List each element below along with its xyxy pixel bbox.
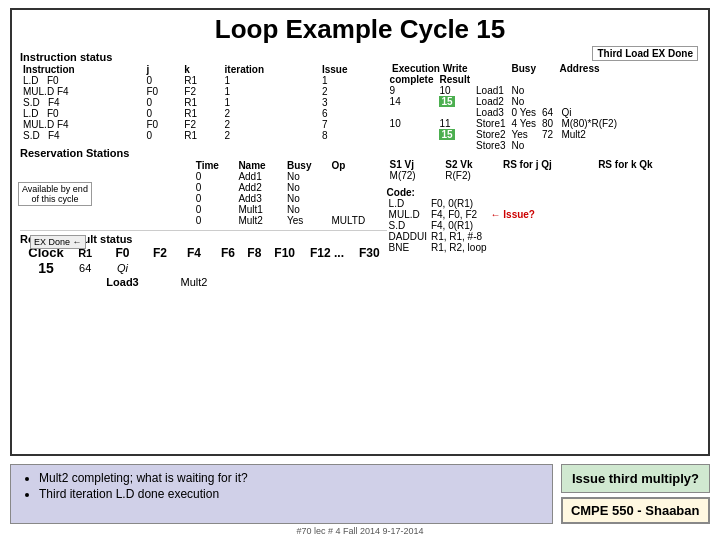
result-highlight: 15 (439, 96, 454, 107)
bullet-item: Third iteration L.D done execution (39, 487, 542, 501)
code-row: MUL.D F4, F0, F2 ← Issue? (387, 209, 537, 220)
rs-vjvk-table: S1 Vj S2 Vk RS for j Qj RS for k Qk M (387, 159, 700, 181)
third-load-label: Third Load EX Done (592, 46, 698, 61)
table-row: L.D F0 0 R1 2 6 (20, 108, 387, 119)
list-item: 0Mult1No (193, 204, 387, 215)
issue-question-box: Issue third multiply? (561, 464, 710, 493)
bottom-area: Mult2 completing; what is waiting for it… (10, 464, 710, 524)
bullet-item: Mult2 completing; what is waiting for it… (39, 471, 542, 485)
rs-title: Reservation Stations (20, 147, 387, 159)
rs-vjvk-header: S1 Vj S2 Vk RS for j Qj RS for k Qk (387, 159, 700, 170)
code-table: L.D F0, 0(R1) MUL.D F4, F0, F2 ← Issue? … (387, 198, 537, 253)
code-row: L.D F0, 0(R1) (387, 198, 537, 209)
table-row: MUL.D F4 F0 F2 2 7 (20, 119, 387, 130)
col-instr: Instruction (20, 64, 144, 75)
cmpe-box: CMPE 550 - Shaaban (561, 497, 710, 524)
exec-table: Execution Write Busy Address complete Re… (387, 63, 620, 151)
rs-header-row: Time Name Busy Op (193, 160, 387, 171)
main-box: Loop Example Cycle 15 Third Load EX Done… (10, 8, 710, 456)
available-label: Available by endof this cycle (18, 182, 92, 206)
exec-row: Load3 0 Yes 64 Qi (387, 107, 620, 118)
right-panel: Execution Write Busy Address complete Re… (387, 51, 700, 288)
outer-container: Loop Example Cycle 15 Third Load EX Done… (0, 0, 720, 540)
issue-question-text: Issue third multiply? (572, 471, 699, 486)
list-item: 0Add2No (193, 182, 387, 193)
table-row: S.D F4 0 R1 1 3 (20, 97, 387, 108)
exec-row: 14 15 Load2 No (387, 96, 620, 107)
rs-table: Time Name Busy Op 0Add1No (193, 160, 387, 226)
table-row: L.D F0 0 R1 1 1 (20, 75, 387, 86)
footer-text: #70 lec # 4 Fall 2014 9-17-2014 (10, 526, 710, 536)
exec-sub-header: complete Result (387, 74, 620, 85)
page-title: Loop Example Cycle 15 (20, 14, 700, 45)
exec-row: 9 10 Load1 No (387, 85, 620, 96)
col-iter: iteration (222, 64, 319, 75)
col-j: j (144, 64, 182, 75)
bullets-box: Mult2 completing; what is waiting for it… (10, 464, 553, 524)
list-item: 0Mult2YesMULTD (193, 215, 387, 226)
list-item: 0Add3No (193, 193, 387, 204)
instruction-table: Instruction j k iteration Issue L.D F0 0… (20, 64, 387, 141)
code-row: DADDUI R1, R1, #-8 (387, 231, 537, 242)
instr-header-row: Instruction j k iteration Issue (20, 64, 387, 75)
exec-header-row: Execution Write Busy Address (387, 63, 620, 74)
instruction-status-title: Instruction status (20, 51, 387, 63)
list-item: 0Add1No (193, 171, 387, 182)
col-k: k (181, 64, 221, 75)
reg-load-row: Load3 Mult2 (20, 276, 387, 288)
col-issue: Issue (319, 64, 387, 75)
list-item: M(72)R(F2) (387, 170, 700, 181)
ex-done-label: EX Done ← (30, 235, 86, 249)
exec-area: Execution Write Busy Address complete Re… (387, 63, 700, 151)
code-title: Code: (387, 187, 700, 198)
code-area: Code: L.D F0, 0(R1) MUL.D F4, F0, F2 ← I… (387, 187, 700, 253)
footer-row: #70 lec # 4 Fall 2014 9-17-2014 (10, 526, 710, 536)
reservation-stations-section: Reservation Stations Available by endof … (20, 147, 387, 226)
reg-values-row: 15 64 Qi (20, 260, 387, 276)
table-row: MUL.D F4 F0 F2 1 2 (20, 86, 387, 97)
top-area: Instruction status Instruction j k itera… (20, 51, 700, 288)
rs-vjvk-area: S1 Vj S2 Vk RS for j Qj RS for k Qk M (387, 159, 700, 181)
exec-row: 15 Store2 Yes 72 Mult2 (387, 129, 620, 140)
code-row: BNE R1, R2, loop (387, 242, 537, 253)
cmpe-label: CMPE 550 - Shaaban (571, 503, 700, 518)
reg-table: Clock R1 F0 F2 F4 F6 F8 F10 F12 ... F30 (20, 245, 387, 288)
table-row: S.D F4 0 R1 2 8 (20, 130, 387, 141)
exec-row: Store3 No (387, 140, 620, 151)
exec-row: 10 11 Store1 4 Yes 80 M(80)*R(F2) (387, 118, 620, 129)
result-highlight2: 15 (439, 129, 454, 140)
bullets-list: Mult2 completing; what is waiting for it… (21, 471, 542, 501)
left-panel: Instruction status Instruction j k itera… (20, 51, 387, 288)
code-row: S.D F4, 0(R1) (387, 220, 537, 231)
